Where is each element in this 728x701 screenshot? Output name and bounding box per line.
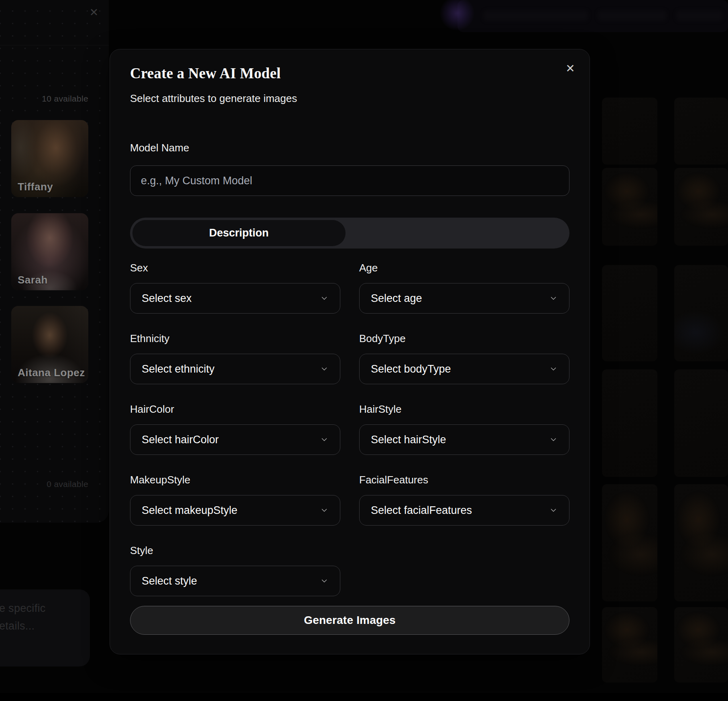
prompt-input-panel[interactable]: e specific etails... <box>0 589 90 666</box>
dimmed-gallery-card <box>602 369 657 477</box>
sex-select[interactable]: Select sex <box>130 283 340 314</box>
close-icon[interactable]: ✕ <box>563 61 578 76</box>
field-label: MakeupStyle <box>130 473 340 486</box>
haircolor-select[interactable]: Select hairColor <box>130 424 340 455</box>
dialog-subtitle: Select attributes to generate images <box>130 92 569 105</box>
chevron-down-icon <box>320 294 329 303</box>
model-name-field-label: Model Name <box>130 141 569 154</box>
dimmed-gallery-card <box>602 607 657 683</box>
field-ethnicity: Ethnicity Select ethnicity <box>130 332 340 384</box>
available-count-bottom: 0 available <box>47 479 88 489</box>
model-card-tiffany[interactable]: Tiffany <box>11 120 88 197</box>
dimmed-gallery-card <box>674 98 728 165</box>
field-makeupstyle: MakeupStyle Select makeupStyle <box>130 473 340 526</box>
field-facialfeatures: FacialFeatures Select facialFeatures <box>359 473 569 526</box>
select-value: Select hairStyle <box>371 434 446 446</box>
field-label: Ethnicity <box>130 332 340 345</box>
model-card-sarah[interactable]: Sarah <box>11 213 88 290</box>
dialog-title: Create a New AI Model <box>130 65 569 82</box>
field-label: HairColor <box>130 403 340 416</box>
field-sex: Sex Select sex <box>130 261 340 314</box>
models-sidebar: ✕ 10 available Tiffany Sarah Aitana Lope… <box>0 0 109 523</box>
field-label: Style <box>130 544 340 557</box>
field-label: BodyType <box>359 332 569 345</box>
generate-images-button[interactable]: Generate Images <box>130 606 569 635</box>
ethnicity-select[interactable]: Select ethnicity <box>130 354 340 384</box>
chevron-down-icon <box>320 577 329 585</box>
dimmed-gallery-card <box>674 484 728 601</box>
field-label: Sex <box>130 261 340 274</box>
grid-empty-cell <box>359 544 569 596</box>
field-bodytype: BodyType Select bodyType <box>359 332 569 384</box>
field-haircolor: HairColor Select hairColor <box>130 403 340 455</box>
model-name-label: Aitana Lopez <box>18 367 85 379</box>
dimmed-header-text-blur <box>676 10 722 21</box>
chevron-down-icon <box>549 365 558 373</box>
model-name-input[interactable] <box>130 165 569 196</box>
select-value: Select facialFeatures <box>371 504 472 517</box>
chevron-down-icon <box>549 435 558 444</box>
tab-description[interactable]: Description <box>132 220 346 246</box>
prompt-placeholder-line: e specific <box>0 602 46 615</box>
chevron-down-icon <box>549 294 558 303</box>
select-value: Select sex <box>142 292 192 305</box>
model-card-aitana-lopez[interactable]: Aitana Lopez <box>11 306 88 383</box>
dimmed-gallery-card <box>602 98 657 165</box>
chevron-down-icon <box>320 435 329 444</box>
dimmed-gallery-card <box>602 484 657 601</box>
dimmed-header-text-blur <box>598 10 666 21</box>
bodytype-select[interactable]: Select bodyType <box>359 354 569 384</box>
tab-blank[interactable] <box>346 220 567 246</box>
model-name-label: Sarah <box>18 274 48 286</box>
select-value: Select age <box>371 292 422 305</box>
dimmed-gallery-card <box>602 265 657 361</box>
field-style: Style Select style <box>130 544 340 596</box>
model-name-label: Tiffany <box>18 181 53 193</box>
field-age: Age Select age <box>359 261 569 314</box>
bottom-strip <box>0 693 728 701</box>
sidebar-divider <box>0 45 109 45</box>
field-label: HairStyle <box>359 403 569 416</box>
attributes-grid: Sex Select sex Age Select age Ethnicity … <box>130 261 569 596</box>
select-value: Select makeupStyle <box>142 504 238 517</box>
hairstyle-select[interactable]: Select hairStyle <box>359 424 569 455</box>
select-value: Select hairColor <box>142 434 219 446</box>
available-count-top: 10 available <box>42 94 88 104</box>
select-value: Select bodyType <box>371 363 451 375</box>
select-value: Select ethnicity <box>142 363 215 375</box>
style-select[interactable]: Select style <box>130 566 340 596</box>
prompt-placeholder-line: etails... <box>0 620 35 632</box>
dimmed-gallery-card <box>674 369 728 477</box>
field-hairstyle: HairStyle Select hairStyle <box>359 403 569 455</box>
dimmed-gallery-card <box>674 265 728 361</box>
chevron-down-icon <box>549 506 558 515</box>
chevron-down-icon <box>320 365 329 373</box>
field-label: Age <box>359 261 569 274</box>
facialfeatures-select[interactable]: Select facialFeatures <box>359 495 569 526</box>
chevron-down-icon <box>320 506 329 515</box>
age-select[interactable]: Select age <box>359 283 569 314</box>
mode-toggle: Description <box>130 218 569 249</box>
makeupstyle-select[interactable]: Select makeupStyle <box>130 495 340 526</box>
dimmed-header-text-blur <box>484 10 588 21</box>
close-icon[interactable]: ✕ <box>88 6 100 18</box>
field-label: FacialFeatures <box>359 473 569 486</box>
dimmed-gallery-card <box>674 168 728 246</box>
create-model-dialog: ✕ Create a New AI Model Select attribute… <box>110 49 590 654</box>
select-value: Select style <box>142 575 197 587</box>
dimmed-gallery-card <box>674 607 728 683</box>
dimmed-gallery-card <box>602 168 657 246</box>
